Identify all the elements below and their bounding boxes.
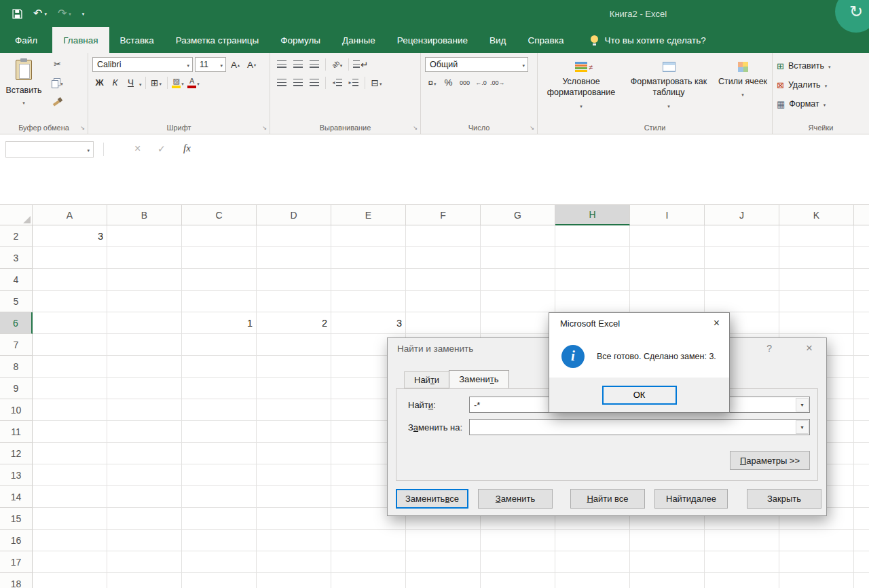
cell-F6[interactable]	[406, 312, 481, 334]
increase-decimal-button[interactable]: ←.0	[474, 75, 488, 90]
fill-color-button[interactable]: ▨	[171, 75, 185, 90]
replace-tab[interactable]: Заменить	[449, 370, 509, 388]
bold-button[interactable]: Ж	[92, 75, 107, 90]
cell-D18[interactable]	[257, 573, 331, 588]
cell-C9[interactable]	[182, 378, 257, 399]
row-header-11[interactable]: 11	[0, 421, 33, 443]
cell-F3[interactable]	[406, 247, 481, 269]
insert-function-icon[interactable]: fx	[183, 142, 191, 154]
delete-cells-button[interactable]: ⊠Удалить	[777, 77, 827, 92]
column-header-K[interactable]: K	[779, 205, 854, 225]
dialog-close-button[interactable]: ×	[806, 342, 813, 355]
cell-B13[interactable]	[107, 464, 182, 486]
column-header-B[interactable]: B	[107, 205, 182, 225]
accounting-format-button[interactable]: ¤	[425, 75, 439, 90]
row-header-5[interactable]: 5	[0, 291, 33, 312]
cell-E16[interactable]	[331, 530, 406, 551]
cell-J3[interactable]	[705, 247, 779, 269]
message-box-title-bar[interactable]: Microsoft Excel	[549, 313, 729, 333]
align-top-button[interactable]	[274, 57, 289, 71]
cell-B9[interactable]	[107, 378, 182, 399]
ribbon-tab-data[interactable]: Данные	[331, 27, 386, 53]
ribbon-tab-view[interactable]: Вид	[479, 27, 517, 53]
cell-K5[interactable]	[779, 291, 854, 312]
ribbon-tab-home[interactable]: Главная	[52, 27, 109, 53]
cell-G5[interactable]	[481, 291, 555, 312]
row-header-8[interactable]: 8	[0, 356, 33, 378]
cell-A6[interactable]	[33, 312, 107, 334]
format-as-table-button[interactable]: Форматировать как таблицу	[625, 56, 713, 122]
cell-D10[interactable]	[257, 399, 331, 421]
align-right-button[interactable]	[307, 75, 321, 90]
cell-F2[interactable]	[406, 225, 481, 247]
formula-input[interactable]	[210, 140, 866, 159]
cell-C2[interactable]	[182, 225, 257, 247]
cell-A9[interactable]	[33, 378, 107, 399]
cell-D2[interactable]	[257, 225, 331, 247]
replace-button[interactable]: Заменить	[478, 489, 553, 509]
row-header-17[interactable]: 17	[0, 551, 33, 573]
select-all-corner[interactable]	[0, 205, 33, 225]
cell-J2[interactable]	[705, 225, 779, 247]
ok-button[interactable]: ОК	[602, 386, 677, 405]
cell-styles-button[interactable]: Стили ячеек	[716, 56, 770, 122]
cell-G2[interactable]	[481, 225, 555, 247]
cell-C18[interactable]	[182, 573, 257, 588]
row-header-16[interactable]: 16	[0, 530, 33, 551]
cell-B7[interactable]	[107, 334, 182, 356]
cell-C16[interactable]	[182, 530, 257, 551]
cell-G3[interactable]	[481, 247, 555, 269]
percent-style-button[interactable]: %	[441, 75, 456, 90]
cell-D5[interactable]	[257, 291, 331, 312]
cell-D17[interactable]	[257, 551, 331, 573]
cell-H4[interactable]	[555, 269, 630, 291]
row-header-9[interactable]: 9	[0, 378, 33, 399]
cell-D12[interactable]	[257, 443, 331, 464]
title-bar[interactable]: ↶▾ ↷▾ ▾ Книга2 - Excel ↻	[0, 0, 869, 27]
merge-center-button[interactable]: ⊟	[369, 75, 384, 90]
cell-F18[interactable]	[406, 573, 481, 588]
wrap-text-button[interactable]: ↵	[353, 57, 368, 71]
row-header-13[interactable]: 13	[0, 464, 33, 486]
find-next-button[interactable]: Найти далее	[654, 489, 728, 509]
cell-H16[interactable]	[555, 530, 630, 551]
decrease-decimal-button[interactable]: .00→	[490, 75, 505, 90]
font-name-combo[interactable]: Calibri	[92, 57, 193, 72]
cell-J18[interactable]	[705, 573, 779, 588]
column-header-D[interactable]: D	[257, 205, 331, 225]
cell-B11[interactable]	[107, 421, 182, 443]
cell-I18[interactable]	[630, 573, 705, 588]
align-bottom-button[interactable]	[307, 57, 321, 71]
cell-H2[interactable]	[555, 225, 630, 247]
cell-H5[interactable]	[555, 291, 630, 312]
underline-button[interactable]: Ч	[124, 75, 138, 90]
cell-H18[interactable]	[555, 573, 630, 588]
cell-I3[interactable]	[630, 247, 705, 269]
cell-I5[interactable]	[630, 291, 705, 312]
cell-G18[interactable]	[481, 573, 555, 588]
customize-qat-button[interactable]: ▾	[82, 12, 85, 16]
increase-font-button[interactable]: А	[228, 58, 242, 72]
cell-H3[interactable]	[555, 247, 630, 269]
cell-J4[interactable]	[705, 269, 779, 291]
cell-K17[interactable]	[779, 551, 854, 573]
cell-I16[interactable]	[630, 530, 705, 551]
cell-B6[interactable]	[107, 312, 182, 334]
column-header-A[interactable]: A	[33, 205, 107, 225]
cell-F4[interactable]	[406, 269, 481, 291]
cell-C3[interactable]	[182, 247, 257, 269]
cell-C6[interactable]: 1	[182, 312, 257, 334]
cell-A18[interactable]	[33, 573, 107, 588]
cell-K4[interactable]	[779, 269, 854, 291]
replace-with-input[interactable]	[469, 419, 810, 435]
clipboard-dialog-launcher[interactable]: ↘	[80, 125, 85, 131]
cancel-icon[interactable]: ×	[134, 143, 141, 155]
alignment-dialog-launcher[interactable]: ↘	[413, 125, 418, 131]
name-box[interactable]	[5, 141, 94, 158]
enter-icon[interactable]: ✓	[158, 143, 166, 154]
cell-A5[interactable]	[33, 291, 107, 312]
cell-C8[interactable]	[182, 356, 257, 378]
cell-C5[interactable]	[182, 291, 257, 312]
number-format-combo[interactable]: Общий	[425, 57, 528, 72]
cell-K6[interactable]	[779, 312, 854, 334]
